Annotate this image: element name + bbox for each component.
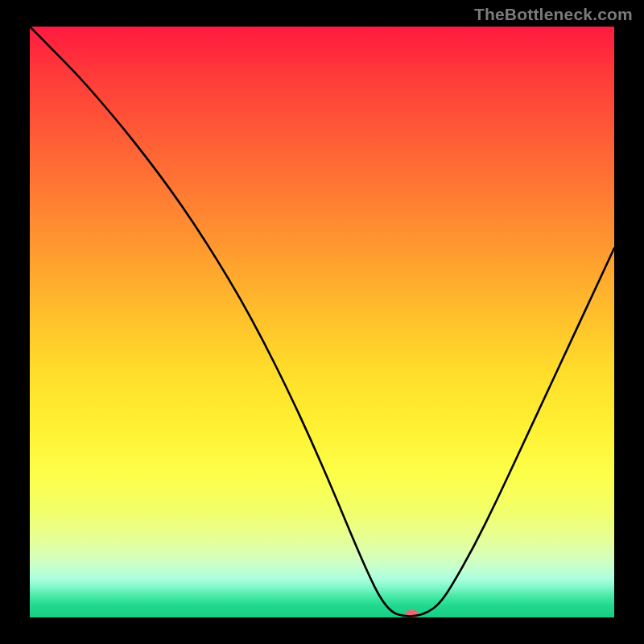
plot-area bbox=[30, 27, 614, 617]
watermark-label: TheBottleneck.com bbox=[474, 5, 633, 24]
chart-frame bbox=[0, 0, 644, 644]
chart-container: TheBottleneck.com bbox=[0, 0, 644, 644]
bottleneck-curve bbox=[30, 27, 614, 617]
